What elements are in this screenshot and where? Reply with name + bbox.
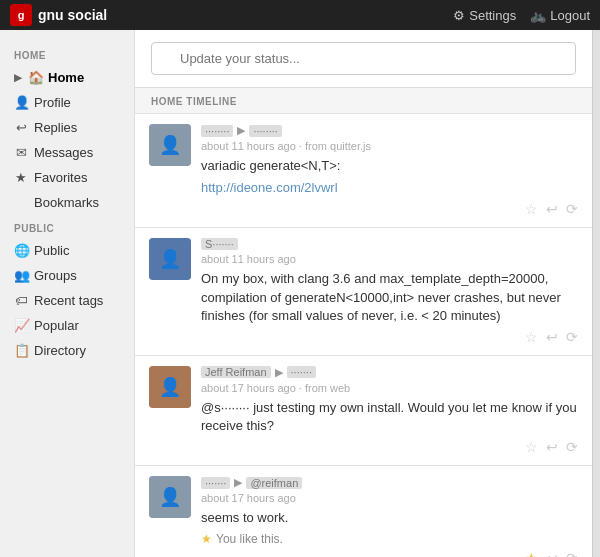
avatar: 👤 — [149, 366, 191, 408]
post-time: about 11 hours ago — [201, 253, 578, 265]
avatar: 👤 — [149, 124, 191, 166]
popular-icon: 📈 — [14, 318, 28, 333]
sidebar-item-popular-label: Popular — [34, 318, 79, 333]
main-content: ✏ HOME TIMELINE 👤 ········ ▶ ····· — [135, 30, 592, 557]
logout-bike-icon: 🚲 — [530, 8, 546, 23]
settings-label: Settings — [469, 8, 516, 23]
post-link-anchor[interactable]: http://ideone.com/2lvwrl — [201, 180, 338, 195]
star-button[interactable]: ☆ — [525, 201, 538, 217]
post-meta: S······· — [201, 238, 578, 250]
post-arrow-icon: ▶ — [275, 366, 283, 379]
post-actions: ★ ↩ ⟳ — [201, 550, 578, 558]
status-input[interactable] — [151, 42, 576, 75]
reply-button[interactable]: ↩ — [546, 201, 558, 217]
sidebar-item-home[interactable]: ▶ 🏠 Home — [0, 65, 134, 90]
public-globe-icon: 🌐 — [14, 243, 28, 258]
post-content: seems to work. — [201, 509, 578, 527]
star-button[interactable]: ☆ — [525, 439, 538, 455]
public-section-label: PUBLIC — [0, 215, 134, 238]
home-house-icon: 🏠 — [28, 70, 42, 85]
sidebar-item-public-label: Public — [34, 243, 69, 258]
groups-icon: 👥 — [14, 268, 28, 283]
repost-button[interactable]: ⟳ — [566, 329, 578, 345]
star-button[interactable]: ★ — [525, 550, 538, 558]
sidebar-item-recent-tags[interactable]: 🏷 Recent tags — [0, 288, 134, 313]
post-link: http://ideone.com/2lvwrl — [201, 179, 578, 197]
sidebar-item-replies[interactable]: ↩ Replies — [0, 115, 134, 140]
post-meta: ········ ▶ ········ — [201, 124, 578, 137]
post-time: about 11 hours ago · from quitter.js — [201, 140, 578, 152]
logo-text: gnu social — [38, 7, 107, 23]
star-button[interactable]: ☆ — [525, 329, 538, 345]
you-like-text: You like this. — [216, 532, 283, 546]
logout-label: Logout — [550, 8, 590, 23]
post-username2: @reifman — [246, 477, 302, 489]
replies-arrow-icon: ↩ — [14, 120, 28, 135]
sidebar-item-groups-label: Groups — [34, 268, 77, 283]
sidebar-item-replies-label: Replies — [34, 120, 77, 135]
sidebar-item-messages-label: Messages — [34, 145, 93, 160]
top-nav: ⚙ Settings 🚲 Logout — [453, 8, 590, 23]
post-username: Jeff Reifman — [201, 366, 271, 378]
sidebar-item-bookmarks[interactable]: Bookmarks — [0, 190, 134, 215]
sidebar-item-messages[interactable]: ✉ Messages — [0, 140, 134, 165]
sidebar-item-recent-tags-label: Recent tags — [34, 293, 103, 308]
post-body: Jeff Reifman ▶ ······· about 17 hours ag… — [201, 366, 578, 455]
table-row: 👤 Jeff Reifman ▶ ······· about 17 hours … — [135, 356, 592, 466]
repost-button[interactable]: ⟳ — [566, 201, 578, 217]
directory-icon: 📋 — [14, 343, 28, 358]
sidebar: HOME ▶ 🏠 Home 👤 Profile ↩ Replies ✉ Mess… — [0, 30, 135, 557]
post-content: @s········ just testing my own install. … — [201, 399, 578, 435]
home-arrow-icon: ▶ — [14, 72, 22, 83]
post-username: ········ — [201, 125, 233, 137]
gnu-icon: g — [10, 4, 32, 26]
sidebar-item-popular[interactable]: 📈 Popular — [0, 313, 134, 338]
table-row: 👤 S······· about 11 hours ago On my box,… — [135, 228, 592, 356]
home-section-label: HOME — [0, 42, 134, 65]
sidebar-item-directory-label: Directory — [34, 343, 86, 358]
you-like: ★ You like this. — [201, 532, 578, 546]
post-arrow-icon: ▶ — [234, 476, 242, 489]
post-meta: ······· ▶ @reifman — [201, 476, 578, 489]
post-username: S······· — [201, 238, 238, 250]
post-actions: ☆ ↩ ⟳ — [201, 439, 578, 455]
sidebar-item-directory[interactable]: 📋 Directory — [0, 338, 134, 363]
logout-link[interactable]: 🚲 Logout — [530, 8, 590, 23]
table-row: 👤 ······· ▶ @reifman about 17 hours ago … — [135, 466, 592, 557]
post-username2: ······· — [287, 366, 316, 378]
sidebar-item-groups[interactable]: 👥 Groups — [0, 263, 134, 288]
sidebar-item-profile[interactable]: 👤 Profile — [0, 90, 134, 115]
posts-container: 👤 ········ ▶ ········ about 11 hours ago… — [135, 114, 592, 557]
bookmarks-icon — [14, 195, 28, 210]
recent-tags-icon: 🏷 — [14, 293, 28, 308]
right-panel — [592, 30, 600, 557]
post-content: variadic generate<N,T>: — [201, 157, 578, 175]
sidebar-item-profile-label: Profile — [34, 95, 71, 110]
topbar: g gnu social ⚙ Settings 🚲 Logout — [0, 0, 600, 30]
avatar: 👤 — [149, 476, 191, 518]
post-body: ······· ▶ @reifman about 17 hours ago se… — [201, 476, 578, 557]
logo: g gnu social — [10, 4, 107, 26]
repost-button[interactable]: ⟳ — [566, 439, 578, 455]
post-body: ········ ▶ ········ about 11 hours ago ·… — [201, 124, 578, 217]
sidebar-item-favorites[interactable]: ★ Favorites — [0, 165, 134, 190]
favorites-star-icon: ★ — [14, 170, 28, 185]
timeline-label: HOME TIMELINE — [135, 88, 592, 114]
post-body: S······· about 11 hours ago On my box, w… — [201, 238, 578, 345]
reply-button[interactable]: ↩ — [546, 329, 558, 345]
post-time: about 17 hours ago — [201, 492, 578, 504]
reply-button[interactable]: ↩ — [546, 439, 558, 455]
post-username: ······· — [201, 477, 230, 489]
settings-gear-icon: ⚙ — [453, 8, 465, 23]
reply-button[interactable]: ↩ — [546, 550, 558, 558]
post-username2: ········ — [249, 125, 281, 137]
layout: HOME ▶ 🏠 Home 👤 Profile ↩ Replies ✉ Mess… — [0, 30, 600, 557]
sidebar-item-public[interactable]: 🌐 Public — [0, 238, 134, 263]
settings-link[interactable]: ⚙ Settings — [453, 8, 516, 23]
you-like-star-icon: ★ — [201, 532, 212, 546]
repost-button[interactable]: ⟳ — [566, 550, 578, 558]
post-arrow-icon: ▶ — [237, 124, 245, 137]
post-time: about 17 hours ago · from web — [201, 382, 578, 394]
post-actions: ☆ ↩ ⟳ — [201, 329, 578, 345]
sidebar-item-favorites-label: Favorites — [34, 170, 87, 185]
